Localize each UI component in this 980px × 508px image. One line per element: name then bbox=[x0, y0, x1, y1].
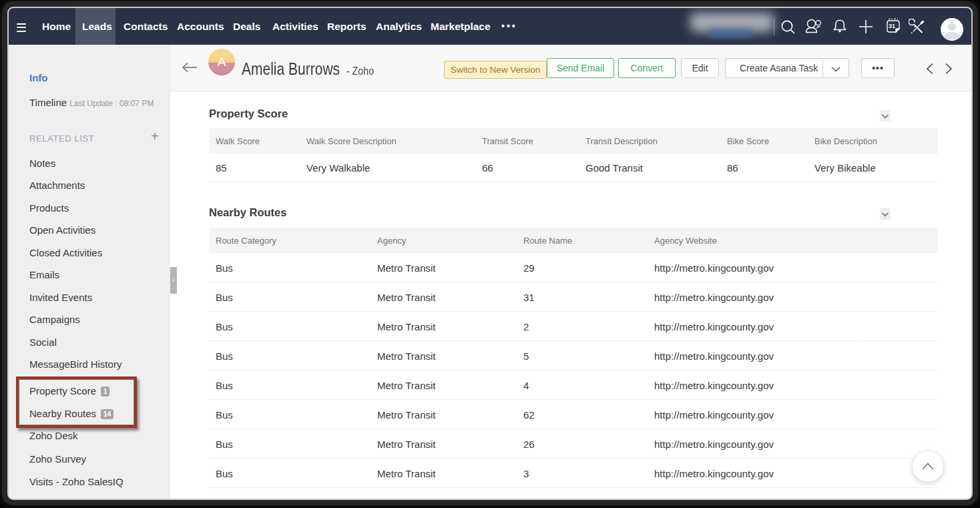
svg-text:31: 31 bbox=[889, 23, 895, 29]
